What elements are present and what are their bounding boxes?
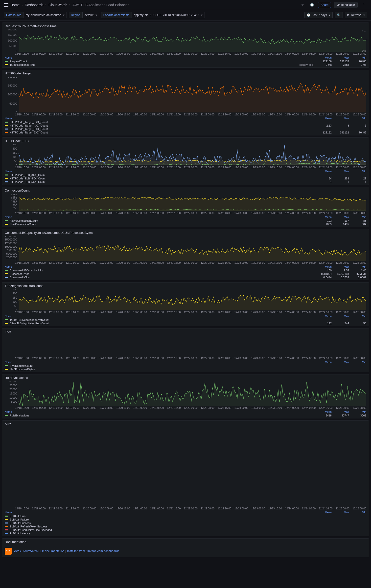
x-tick: 12/21 08:00 <box>150 261 164 264</box>
legend-series-name: HTTPCode_ELB_3XX_Count <box>10 174 45 176</box>
star-icon[interactable]: ☆ <box>299 1 306 8</box>
chart[interactable]: 0250000050000007500000100000001250000015… <box>5 236 366 261</box>
legend-row[interactable]: TargetTLSNegotiationErrorCount <box>5 318 366 322</box>
refresh-button[interactable]: ⟳Refresh▾ <box>345 12 367 18</box>
panel-title[interactable]: IPv6 <box>2 328 369 335</box>
legend-row[interactable]: HTTPCode_Target_3XX_Count <box>5 127 366 131</box>
legend-row[interactable]: HTTPCode_Target_2XX_Count 122152 191132 … <box>5 131 366 134</box>
var-region-select[interactable]: default▾ <box>82 12 99 18</box>
zoom-out-button[interactable]: 🔍 <box>335 12 343 18</box>
panel-title[interactable]: HTTPCode_Target <box>2 70 369 77</box>
collapse-icon[interactable]: ⌃ <box>360 1 367 8</box>
chevron-down-icon: ▾ <box>63 13 65 17</box>
legend-row[interactable]: NewConnectionCount 1039 1405 804 <box>5 222 366 226</box>
x-tick: 12/24 08:00 <box>302 52 316 55</box>
panel-title[interactable]: ConnectionCount <box>2 187 369 194</box>
legend-row[interactable]: ELBAuthSuccess <box>5 521 366 525</box>
var-datasource-select[interactable]: my-cloudwatch-datasource▾ <box>23 12 67 18</box>
legend-row[interactable]: IPv6ProcessedBytes <box>5 368 366 371</box>
chart[interactable]: 0250500750100012501500 <box>5 194 366 211</box>
x-tick: 12/24 16:00 <box>319 507 332 510</box>
legend-row[interactable]: ELBAuthFailure <box>5 518 366 521</box>
legend-header: Name Mean Max Min <box>5 360 366 364</box>
panel-title[interactable]: Documentation <box>2 539 369 545</box>
legend-row[interactable]: ELBAuthUserClaimsSizeExceeded <box>5 528 366 532</box>
x-tick: 12/23 16:00 <box>268 261 282 264</box>
legend-row[interactable]: IPv6RequestCount <box>5 364 366 368</box>
legend-row[interactable]: ConsumedLBCapacityUnits 1.60 2.05 1.48 <box>5 269 366 272</box>
x-tick: 12/24 00:00 <box>285 113 299 116</box>
legend-swatch <box>5 273 8 274</box>
chart[interactable] <box>5 427 366 506</box>
svg-text:17500000: 17500000 <box>5 236 17 238</box>
share-button[interactable]: Share <box>318 2 331 8</box>
legend-row[interactable]: ELBAuthLatency <box>5 532 366 535</box>
legend-row[interactable]: RequestCount 122156 191135 70483 <box>5 60 366 63</box>
x-tick: 12/24 00:00 <box>285 311 299 314</box>
legend-row[interactable]: HTTPCode_Target_5XX_Count <box>5 120 366 124</box>
crumb-dashboards[interactable]: Dashboards <box>25 3 44 7</box>
legend-row[interactable]: HTTPCode_ELB_5XX_Count 1 1 1 <box>5 180 366 184</box>
x-tick: 12/19 00:00 <box>32 113 46 116</box>
x-tick: 12/19 08:00 <box>49 261 62 264</box>
svg-text:1000: 1000 <box>11 198 17 201</box>
crumb-cloudwatch[interactable]: CloudWatch <box>48 3 67 7</box>
menu-icon[interactable] <box>4 3 8 7</box>
panel-title[interactable]: TLSNegotiationErrorCount <box>2 283 369 289</box>
svg-text:0: 0 <box>16 210 17 211</box>
legend-swatch <box>5 181 8 182</box>
legend-row[interactable]: ConsumedLCUs 0.0474 0.0703 0.0367 <box>5 276 366 279</box>
x-tick: 12/23 16:00 <box>268 406 282 409</box>
crumb-home[interactable]: Home <box>10 3 20 7</box>
chart[interactable]: 050100150200250 <box>5 144 366 165</box>
x-tick: 12/19 08:00 <box>49 357 62 360</box>
x-tick: 12/24 00:00 <box>285 357 299 360</box>
legend-swatch <box>5 526 8 527</box>
x-tick: 12/19 00:00 <box>32 261 46 264</box>
legend-row[interactable]: TargetResponseTime(right y-axis) 2 ms 3 … <box>5 63 366 66</box>
clock-icon[interactable]: 🕘 <box>308 1 315 8</box>
panel-title[interactable]: ConsumedLBCapacityUnits/ConsumedLCUs/Pro… <box>2 229 369 236</box>
panel-title[interactable]: RuleEvaluations <box>2 374 369 381</box>
legend-mean: 122156 <box>314 60 332 63</box>
svg-text:750: 750 <box>13 201 17 204</box>
x-tick: 12/22 00:00 <box>184 261 197 264</box>
legend-mean: 8081094 <box>314 272 332 275</box>
legend-row[interactable]: RuleEvaluations 9418 30747 3003 <box>5 414 366 417</box>
legend-row[interactable]: HTTPCode_Target_4XX_Count 2.13 3 1 <box>5 124 366 127</box>
legend-row[interactable]: ActiveConnectionCount 103 137 83 <box>5 219 366 222</box>
legend-series-name: HTTPCode_Target_4XX_Count <box>10 124 48 127</box>
legend-row[interactable]: ProcessedBytes 8081094 15660168 3583231 <box>5 272 366 276</box>
x-tick: 12/20 16:00 <box>116 311 130 314</box>
top-actions: ☆ 🕘 Share Make editable ⌃ <box>299 1 367 8</box>
doc-link-grafana[interactable]: Installed from Grafana.com dashboards <box>67 549 119 553</box>
doc-link-aws[interactable]: AWS CloudWatch ELB documentation <box>14 549 64 553</box>
legend-row[interactable]: ELBAuthError <box>5 514 366 518</box>
chart[interactable]: 050000100000150000200000 <box>5 77 366 112</box>
legend-header: Name Mean Max Min <box>5 265 366 269</box>
chart[interactable]: 050001000015000200002500030000 <box>5 381 366 406</box>
time-range-button[interactable]: 🕘Last 7 days▾ <box>304 12 333 18</box>
x-tick: 12/19 16:00 <box>66 507 79 510</box>
var-region: Region default▾ <box>69 12 99 18</box>
legend-mean: 142 <box>314 322 332 325</box>
chart[interactable]: 0500001000001500002000001 s0 s <box>5 29 366 52</box>
legend-row[interactable]: HTTPCode_ELB_3XX_Count <box>5 173 366 177</box>
legend-row[interactable]: ELBAuthRefreshTokenSuccess <box>5 525 366 528</box>
panel-title[interactable]: Auth <box>2 421 369 427</box>
legend-row[interactable]: HTTPCode_ELB_4XX_Count 54 259 29 <box>5 177 366 180</box>
chart[interactable]: 050100150200250 <box>5 289 366 310</box>
panel-title[interactable]: HTTPCode_ELB <box>2 138 369 144</box>
legend-min: 29 <box>349 177 366 180</box>
x-tick: 12/20 16:00 <box>116 113 130 116</box>
var-loadbalancer-select[interactable]: app/my-alb-ABCDEFGHIJKL/1234567890123456… <box>132 12 205 18</box>
x-tick: 12/18 16:00 <box>15 261 29 264</box>
legend-header: Name Mean Max Min <box>5 169 366 173</box>
legend-row[interactable]: ClientTLSNegotiationErrorCount 142 244 5… <box>5 322 366 325</box>
panel-title[interactable]: RequestCount/TargetResponseTime <box>2 23 369 29</box>
legend-min: 50 <box>349 322 366 325</box>
chart[interactable] <box>5 335 366 356</box>
x-tick: 12/25 00:00 <box>336 406 349 409</box>
x-tick: 12/21 00:00 <box>133 261 147 264</box>
make-editable-button[interactable]: Make editable <box>334 2 358 8</box>
